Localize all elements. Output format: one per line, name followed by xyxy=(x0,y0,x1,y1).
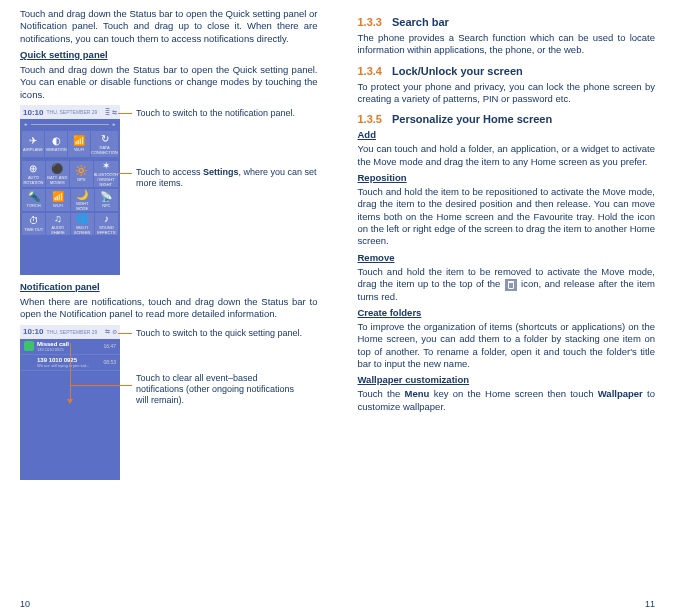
search-bar-body: The phone provides a Search function whi… xyxy=(358,32,656,57)
status-time-2: 10:10 xyxy=(23,327,43,336)
remove-body: Touch and hold the item to be removed to… xyxy=(358,266,656,303)
quick-tile: ♪SOUND EFFECTS xyxy=(95,213,118,235)
quick-tile: ◐VIBRATION xyxy=(45,131,67,157)
notification-heading: Notification panel xyxy=(20,281,318,292)
quick-tile: 🔆GPS xyxy=(70,161,93,187)
status-date-2: THU, SEPTEMBER 29 xyxy=(46,329,97,335)
quick-tile: 📡NFC xyxy=(95,189,118,211)
quick-settings-figure: 10:10 THU, SEPTEMBER 29 ≣ ⇆ ☀☀ ✈AIRPLANE… xyxy=(20,105,318,275)
quick-tile: ✶BLUETOOTH / BRIGHT NIGHT xyxy=(94,161,118,187)
callout-access-settings: Touch to access Settings, where you can … xyxy=(136,167,318,190)
right-page: 1.3.3Search bar The phone provides a Sea… xyxy=(338,0,676,615)
callout-switch-quick: Touch to switch to the quick setting pan… xyxy=(136,328,302,339)
add-body: You can touch and hold a folder, an appl… xyxy=(358,143,656,168)
switch-icon-2: ⇆ ⚙ xyxy=(105,328,117,335)
quick-tile: ⏱TIME OUT xyxy=(22,213,45,235)
page-number-left: 10 xyxy=(20,599,30,609)
callout-clear-notifications: Touch to clear all event–based notificat… xyxy=(136,373,296,407)
intro-paragraph: Touch and drag down the Status bar to op… xyxy=(20,8,318,45)
notification-figure: 10:10 THU, SEPTEMBER 29 ⇆ ⚙ Missed call1… xyxy=(20,325,318,480)
quick-tile: 🌐MULTI SCREEN xyxy=(71,213,94,235)
create-folders-body: To improve the organization of items (sh… xyxy=(358,321,656,370)
quick-tile: 📶WI-FI xyxy=(68,131,90,157)
subhead-remove: Remove xyxy=(358,252,656,263)
subhead-add: Add xyxy=(358,129,656,140)
quick-tile: 📶WI-FI xyxy=(46,189,69,211)
quick-tile: ⚫BATT. AND MODES xyxy=(46,161,69,187)
quick-setting-heading: Quick setting panel xyxy=(20,49,318,60)
reposition-body: Touch and hold the item to be reposition… xyxy=(358,186,656,248)
quick-tile: 🌙NIGHT MODE xyxy=(71,189,94,211)
page-number-right: 11 xyxy=(645,599,655,609)
quick-settings-screenshot: 10:10 THU, SEPTEMBER 29 ≣ ⇆ ☀☀ ✈AIRPLANE… xyxy=(20,105,120,275)
subhead-reposition: Reposition xyxy=(358,172,656,183)
heading-lock-unlock: 1.3.4Lock/Unlock your screen xyxy=(358,65,656,77)
quick-tile: ⊕AUTO ROTATION xyxy=(22,161,45,187)
quick-tile: ✈AIRPLANE xyxy=(22,131,44,157)
heading-personalize: 1.3.5Personalize your Home screen xyxy=(358,113,656,125)
left-page: Touch and drag down the Status bar to op… xyxy=(0,0,338,615)
quick-setting-body: Touch and drag down the Status bar to op… xyxy=(20,64,318,101)
subhead-create-folders: Create folders xyxy=(358,307,656,318)
status-time: 10:10 xyxy=(23,108,43,117)
quick-tile: 🔦TORCH xyxy=(22,189,45,211)
status-date: THU, SEPTEMBER 29 xyxy=(46,109,97,115)
quick-tile: ♫AUDIO SHARE xyxy=(46,213,69,235)
subhead-wallpaper: Wallpaper customization xyxy=(358,374,656,385)
notification-body: When there are notifications, touch and … xyxy=(20,296,318,321)
wallpaper-body: Touch the Menu key on the Home screen th… xyxy=(358,388,656,413)
lock-unlock-body: To protect your phone and privacy, you c… xyxy=(358,81,656,106)
callout-switch-notif: Touch to switch to the notification pane… xyxy=(136,108,295,119)
switch-icon: ≣ ⇆ xyxy=(105,109,117,116)
heading-search-bar: 1.3.3Search bar xyxy=(358,16,656,28)
quick-tile: ↻DATA CONNECTION xyxy=(91,131,118,157)
delete-icon xyxy=(505,279,517,291)
